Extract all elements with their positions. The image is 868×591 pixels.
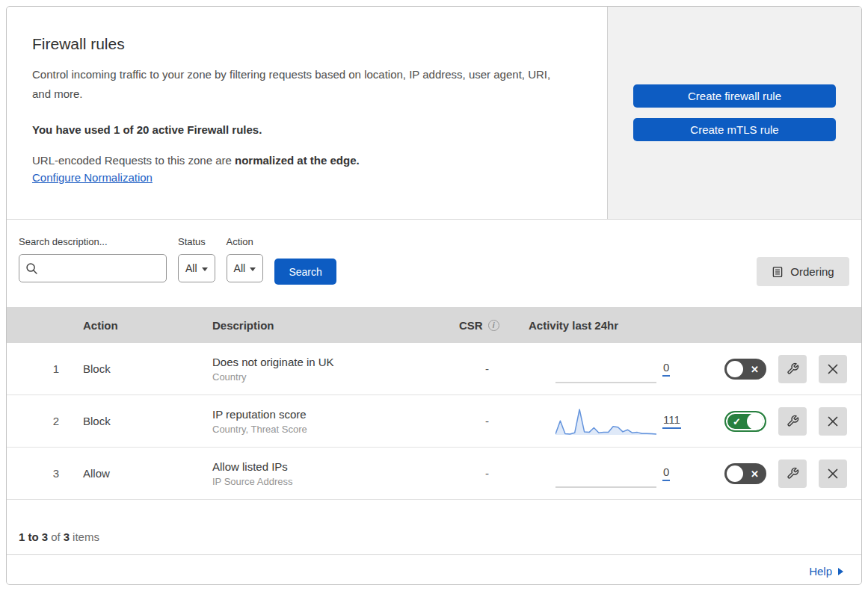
pagination-summary: 1 to 3 of 3 items [7,500,861,554]
header-section: Firewall rules Control incoming traffic … [7,7,861,220]
edit-rule-button[interactable] [778,460,807,488]
activity-count-link[interactable]: 0 [662,465,670,481]
header-text-block: Firewall rules Control incoming traffic … [7,7,607,219]
rule-csr-value: - [452,362,523,375]
delete-rule-button[interactable] [819,355,847,383]
chevron-down-icon [250,267,256,271]
total-text: 3 [64,530,70,543]
normalization-note: URL-encoded Requests to this zone are no… [32,154,577,167]
help-bar: Help [7,554,861,585]
action-field: Action All [227,236,264,307]
rule-description[interactable]: Allow listed IPs [212,460,452,473]
filter-bar: Search description... Status All Action … [7,220,861,307]
page-title: Firewall rules [32,35,577,53]
rule-priority: 2 [7,415,74,427]
rule-enabled-toggle[interactable]: ✓ ✕ [724,359,766,380]
items-text: items [73,530,99,543]
rule-action: Block [74,362,205,375]
table-row: 3 Allow Allow listed IPs IP Source Addre… [7,448,861,500]
range-text: 1 to 3 [19,530,48,543]
csr-header-label: CSR [459,319,483,332]
column-header-action: Action [74,319,205,332]
activity-sparkline [555,406,656,436]
help-link-label: Help [809,565,832,578]
check-icon: ✓ [733,415,741,427]
rule-description-cell: Does not originate in UK Country [205,356,452,383]
activity-count-link[interactable]: 111 [662,413,681,429]
status-field: Status All [178,236,215,307]
page-description: Control incoming traffic to your zone by… [32,65,563,104]
rule-description[interactable]: Does not originate in UK [212,356,452,368]
search-field: Search description... [19,236,167,307]
rule-controls: ✓ ✕ [687,407,861,436]
table-header-row: Action Description CSR i Activity last 2… [7,307,861,343]
rule-enabled-toggle[interactable]: ✓ ✕ [724,463,766,484]
status-dropdown[interactable]: All [178,254,215,282]
action-dropdown-value: All [234,262,246,274]
rule-activity-cell: 0 [523,354,687,384]
create-mtls-rule-button[interactable]: Create mTLS rule [633,118,836,141]
x-icon [827,363,839,375]
toggle-knob [727,361,743,377]
rule-enabled-toggle[interactable]: ✓ ✕ [724,411,766,432]
search-button[interactable]: Search [274,259,336,285]
rule-criteria: IP Source Address [212,476,452,487]
rule-priority: 3 [7,467,74,480]
toggle-knob [747,413,763,430]
rule-activity-cell: 0 [523,459,687,489]
rule-description-cell: IP reputation score Country, Threat Scor… [205,408,452,435]
info-icon[interactable]: i [488,320,499,331]
wrench-icon [787,415,799,427]
search-input[interactable] [43,262,160,274]
chevron-down-icon [202,267,208,271]
rule-activity-cell: 111 [523,406,687,436]
wrench-icon [787,362,799,375]
normalization-bold: normalized at the edge. [235,154,360,167]
help-link[interactable]: Help [809,565,843,578]
search-icon [25,262,38,275]
of-text: of [51,530,61,543]
column-header-csr: CSR i [452,319,523,332]
edit-rule-button[interactable] [778,355,807,383]
actions-panel: Create firewall rule Create mTLS rule [607,7,861,219]
action-label: Action [227,236,264,247]
rule-csr-value: - [452,467,523,480]
rule-action: Allow [74,467,205,480]
usage-summary: You have used 1 of 20 active Firewall ru… [32,123,577,136]
firewall-rules-card: Firewall rules Control incoming traffic … [6,6,862,585]
action-dropdown[interactable]: All [227,254,264,282]
triangle-right-icon [838,568,843,575]
rule-criteria: Country, Threat Score [212,424,452,435]
activity-count-link[interactable]: 0 [662,361,670,377]
activity-sparkline [555,459,656,489]
delete-rule-button[interactable] [819,407,847,436]
edit-rule-button[interactable] [778,407,807,436]
x-icon [827,468,839,480]
status-dropdown-value: All [185,262,197,274]
rule-description[interactable]: IP reputation score [212,408,452,421]
search-box[interactable] [19,254,167,282]
cross-icon: ✕ [751,468,759,479]
delete-rule-button[interactable] [819,460,847,488]
rule-csr-value: - [452,415,523,427]
rule-action: Block [74,415,205,427]
x-icon [827,415,839,427]
cross-icon: ✕ [751,363,759,374]
ordering-button[interactable]: Ordering [757,257,849,286]
activity-sparkline [555,354,656,384]
rule-priority: 1 [7,362,74,375]
rule-controls: ✓ ✕ [687,355,861,383]
column-header-description: Description [205,319,452,332]
rule-description-cell: Allow listed IPs IP Source Address [205,460,452,487]
configure-normalization-link[interactable]: Configure Normalization [32,171,153,184]
normalization-prefix: URL-encoded Requests to this zone are [32,154,235,167]
rule-controls: ✓ ✕ [687,460,861,488]
ordering-button-label: Ordering [790,265,834,278]
create-firewall-rule-button[interactable]: Create firewall rule [633,84,836,108]
wrench-icon [787,467,799,480]
status-label: Status [178,236,215,247]
table-row: 2 Block IP reputation score Country, Thr… [7,395,861,448]
rule-criteria: Country [212,371,452,383]
toggle-knob [727,465,743,482]
ordering-list-icon [772,266,784,278]
